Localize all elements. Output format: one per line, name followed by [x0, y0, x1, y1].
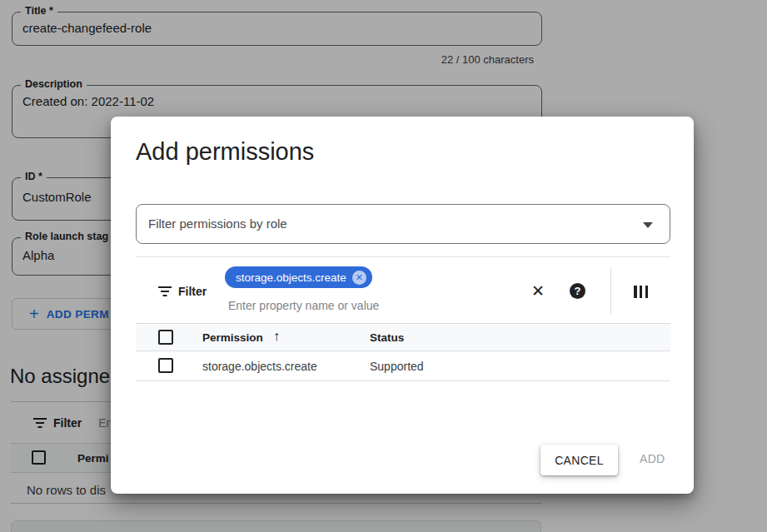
column-display-icon[interactable] [634, 286, 648, 298]
filter-chip-label: storage.objects.create [236, 271, 346, 284]
filter-label: Filter [178, 285, 207, 298]
status-cell: Supported [370, 360, 424, 373]
role-filter-dropdown[interactable]: Filter permissions by role [136, 204, 670, 244]
select-all-checkbox[interactable] [158, 330, 173, 345]
add-permissions-dialog: Add permissions Filter permissions by ro… [111, 117, 694, 494]
dialog-title: Add permissions [136, 138, 314, 166]
permission-column-header[interactable]: Permission [202, 331, 263, 344]
add-button[interactable]: ADD [640, 452, 665, 465]
cancel-button[interactable]: CANCEL [540, 445, 618, 475]
permission-cell: storage.objects.create [202, 360, 317, 373]
sort-ascending-icon[interactable]: ↑ [273, 329, 280, 344]
help-icon[interactable]: ? [570, 283, 585, 299]
permissions-filter-toolbar: Filter storage.objects.create ✕ Enter pr… [136, 256, 670, 323]
permissions-table-header: Permission ↑ Status [136, 323, 670, 351]
chevron-down-icon [643, 222, 653, 228]
filter-chip[interactable]: storage.objects.create ✕ [225, 266, 372, 288]
row-checkbox[interactable] [158, 358, 173, 373]
filter-icon [158, 286, 172, 296]
page: Title * create-changefeed-role 22 / 100 … [0, 0, 767, 532]
chip-remove-icon[interactable]: ✕ [352, 271, 366, 285]
status-column-header[interactable]: Status [370, 331, 404, 344]
toolbar-divider [610, 267, 611, 314]
role-filter-placeholder: Filter permissions by role [148, 216, 287, 231]
clear-filters-icon[interactable]: ✕ [528, 281, 548, 301]
table-row[interactable]: storage.objects.create Supported [136, 351, 670, 381]
permissions-table: Permission ↑ Status storage.objects.crea… [136, 323, 670, 381]
filter-input-placeholder[interactable]: Enter property name or value [228, 299, 379, 312]
